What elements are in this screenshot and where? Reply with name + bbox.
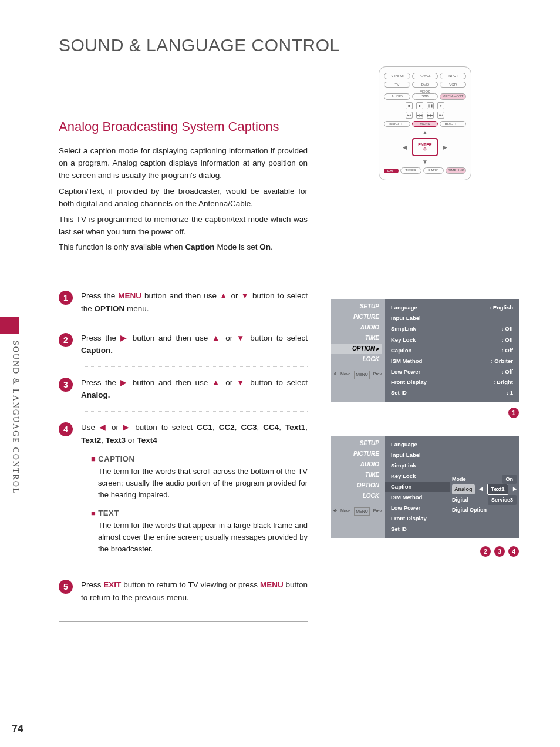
step-1-badge: 1 bbox=[59, 291, 73, 305]
step-2-text: Press the ▶ button and then use ▲ or ▼ b… bbox=[81, 332, 308, 357]
arrow-up-icon: ▲ bbox=[212, 378, 221, 387]
osd2-r-mode-l: Mode bbox=[452, 475, 466, 484]
osd2-l-low: Low Power bbox=[391, 503, 420, 513]
s4-post: button to select bbox=[131, 423, 197, 432]
skip-fwd-icon: ⏭ bbox=[437, 112, 444, 119]
nav-left-icon: ◀ bbox=[403, 144, 407, 150]
step-2-badge: 2 bbox=[59, 333, 73, 347]
remote-ratio: RATIO bbox=[423, 167, 444, 174]
intro-block: Select a caption mode for displaying cap… bbox=[59, 145, 308, 254]
osd2-tab-time: TIME bbox=[331, 470, 382, 480]
osd1-ism-v: : Orbiter bbox=[491, 356, 513, 366]
separator bbox=[59, 621, 308, 622]
s1-mid: button and then use bbox=[141, 291, 220, 300]
step-5-badge: 5 bbox=[59, 580, 73, 594]
intro-p1: Select a caption mode for displaying cap… bbox=[59, 145, 308, 182]
opt-t4: Text4 bbox=[137, 436, 157, 445]
page-number: 74 bbox=[12, 723, 23, 735]
def-caption-body: The term for the words that scroll acros… bbox=[98, 466, 308, 501]
nav-right-icon: ▶ bbox=[443, 144, 447, 150]
s4-pre: Use bbox=[81, 423, 99, 432]
intro-p4-mid: Mode is set bbox=[215, 243, 260, 251]
s1-pre: Press the bbox=[81, 291, 118, 300]
step-5: 5 Press EXIT button to return to TV view… bbox=[59, 578, 308, 604]
osd2-l-simp: SimpLink bbox=[391, 460, 416, 471]
osd2-r-analog-l: Analog bbox=[452, 484, 475, 494]
arrow-right-icon: ▶ bbox=[120, 378, 129, 387]
s1-end: menu. bbox=[124, 304, 149, 313]
osd1-setid-l: Set ID bbox=[391, 388, 407, 398]
intro-p4-on: On bbox=[259, 243, 271, 251]
record-icon: ● bbox=[437, 102, 444, 109]
osd2-r-digital-l: Digital bbox=[452, 495, 468, 505]
def-text-label: TEXT bbox=[98, 509, 119, 517]
osd1-move: Move bbox=[340, 371, 350, 379]
skip-back-icon: ⏮ bbox=[406, 112, 413, 119]
opt-t3: Text3 bbox=[106, 436, 126, 445]
osd1-key-v: : Off bbox=[501, 335, 513, 345]
s3-mid: button and then use bbox=[129, 378, 212, 387]
remote-dvd: DVD bbox=[412, 82, 438, 88]
osd1-low-v: : Off bbox=[501, 366, 513, 377]
s3-mid2: or bbox=[222, 378, 237, 387]
s2-pre: Press the bbox=[81, 334, 120, 342]
remote-tv-input: TV INPUT bbox=[384, 73, 410, 79]
osd2-r-analog-v: Text1 bbox=[487, 484, 509, 495]
step-2: 2 Press the ▶ button and then use ▲ or ▼… bbox=[59, 332, 308, 357]
s2-mid2: or bbox=[222, 334, 237, 342]
osd1-panel: Language: English Input Label SimpLink: … bbox=[385, 299, 519, 401]
remote-timer: TIMER bbox=[400, 167, 421, 174]
opt-cc4: CC4 bbox=[263, 423, 279, 432]
osd1-tab-lock: LOCK bbox=[331, 354, 382, 365]
osd-menu-1: SETUP PICTURE AUDIO TIME OPTION ▸ LOCK ✥… bbox=[331, 299, 519, 401]
remote-stb: STB bbox=[412, 93, 438, 100]
osd2-tabs: SETUP PICTURE AUDIO TIME OPTION LOCK ✥Mo… bbox=[331, 436, 385, 538]
page-title: SOUND & LANGUAGE CONTROL bbox=[59, 35, 519, 60]
osd1-key-l: Key Lock bbox=[391, 335, 416, 345]
step-1: 1 Press the MENU button and then use ▲ o… bbox=[59, 290, 308, 315]
s5-exit: EXIT bbox=[103, 580, 121, 589]
osd1-front-l: Front Display bbox=[391, 377, 427, 388]
arrow-up-icon: ▲ bbox=[220, 291, 228, 300]
s1-menu: MENU bbox=[118, 291, 141, 300]
pause-icon: ❚❚ bbox=[427, 102, 434, 109]
osd2-tab-option: OPTION bbox=[331, 480, 382, 491]
s1-option: OPTION bbox=[95, 304, 125, 313]
s2-caption: Caption. bbox=[81, 346, 113, 355]
arrow-down-icon: ▼ bbox=[237, 378, 246, 387]
osd2-tab-lock: LOCK bbox=[331, 491, 382, 502]
remote-bright-minus: BRIGHT - bbox=[384, 121, 410, 127]
remote-power: POWER bbox=[412, 73, 438, 79]
forward-icon: ▶▶ bbox=[427, 112, 434, 119]
remote-exit: EXIT bbox=[384, 169, 399, 173]
s3-pre: Press the bbox=[81, 378, 120, 387]
rewind-icon: ◀◀ bbox=[416, 112, 423, 119]
separator bbox=[59, 275, 519, 275]
section-title: Analog Broadcasting System Captions bbox=[59, 119, 308, 134]
osd1-tab-audio: AUDIO bbox=[331, 322, 382, 333]
opt-cc1: CC1 bbox=[197, 423, 212, 432]
step-3-badge: 3 bbox=[59, 378, 73, 392]
osd2-r-digital-v: Service3 bbox=[488, 495, 517, 505]
osd1-input-l: Input Label bbox=[391, 313, 421, 324]
step-5-text: Press EXIT button to return to TV viewin… bbox=[81, 578, 308, 604]
remote-audio: AUDIO bbox=[384, 93, 410, 100]
osd2-l-key: Key Lock bbox=[391, 471, 416, 482]
s3-post: button to select bbox=[247, 378, 308, 387]
osd1-low-l: Low Power bbox=[391, 366, 420, 377]
osd2-panel: Language Input Label SimpLink Key Lock C… bbox=[385, 436, 519, 538]
def-caption-label: CAPTION bbox=[98, 455, 134, 463]
step-divider bbox=[85, 411, 308, 412]
osd1-tab-time: TIME bbox=[331, 333, 382, 344]
remote-illustration: TV INPUT POWER INPUT TV DVD VCR MODE AUD… bbox=[379, 66, 471, 180]
step-divider bbox=[85, 366, 308, 367]
intro-p4-pre: This function is only available when bbox=[59, 243, 185, 251]
step-3-text: Press the ▶ button and then use ▲ or ▼ b… bbox=[81, 376, 308, 402]
osd2-r-digiopt-l: Digital Option bbox=[452, 505, 487, 515]
osd1-lang-l: Language bbox=[391, 302, 417, 313]
step-4-badge: 4 bbox=[59, 422, 73, 436]
s4-mid: or bbox=[107, 423, 123, 432]
s2-mid: button and then use bbox=[129, 334, 212, 342]
arrow-down-icon: ▼ bbox=[237, 334, 246, 342]
bullet-icon: ■ bbox=[91, 509, 96, 517]
